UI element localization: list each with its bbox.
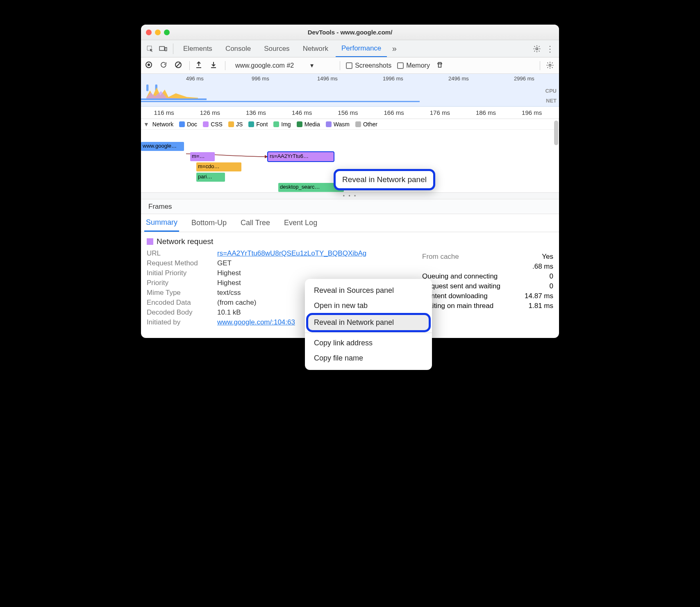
record-button[interactable] bbox=[145, 61, 154, 70]
perf-toolbar: www.google.com #2 ▾ Screenshots Memory bbox=[141, 57, 559, 74]
svg-rect-9 bbox=[146, 84, 148, 91]
settings-icon[interactable] bbox=[531, 43, 543, 55]
maximize-window-button[interactable] bbox=[164, 30, 170, 35]
traffic-lights bbox=[146, 30, 170, 35]
download-icon[interactable] bbox=[210, 61, 219, 70]
close-window-button[interactable] bbox=[146, 30, 152, 35]
network-bar[interactable]: m=… bbox=[190, 152, 215, 161]
recording-select[interactable]: www.google.com #2 ▾ bbox=[231, 62, 334, 69]
legend-wasm: Wasm bbox=[326, 121, 350, 128]
screenshots-checkbox[interactable]: Screenshots bbox=[346, 62, 391, 69]
legend-other: Other bbox=[355, 121, 377, 128]
ctx-copy-filename[interactable]: Copy file name bbox=[305, 351, 432, 366]
overview-timeline[interactable]: 496 ms 996 ms 1496 ms 1996 ms 2496 ms 29… bbox=[141, 74, 559, 107]
memory-checkbox[interactable]: Memory bbox=[397, 62, 430, 69]
legend-img: Img bbox=[273, 121, 291, 128]
svg-rect-1 bbox=[159, 46, 164, 50]
ctx-reveal-network[interactable]: Reveal in Network panel bbox=[308, 315, 429, 330]
svg-point-3 bbox=[536, 48, 538, 50]
frames-row[interactable]: Frames bbox=[141, 199, 559, 214]
svg-line-7 bbox=[176, 63, 180, 67]
css-swatch-icon bbox=[147, 238, 153, 245]
svg-point-8 bbox=[549, 64, 551, 66]
tab-sources[interactable]: Sources bbox=[258, 40, 295, 57]
timing-column: From cacheYes .68 ms Queuing and connect… bbox=[422, 251, 553, 312]
svg-point-5 bbox=[148, 64, 150, 66]
network-lane-header[interactable]: ▼ Network DocCSSJSFontImgMediaWasmOther bbox=[141, 119, 559, 130]
device-toggle-icon[interactable] bbox=[157, 43, 169, 55]
devtools-window: DevTools - www.google.com/ Elements Cons… bbox=[141, 25, 559, 338]
upload-icon[interactable] bbox=[195, 61, 205, 70]
garbage-collect-icon[interactable] bbox=[436, 61, 445, 70]
overview-flame-icon bbox=[143, 84, 201, 99]
lane-scrollbar[interactable] bbox=[554, 121, 558, 145]
tab-summary[interactable]: Summary bbox=[144, 214, 179, 232]
reload-record-button[interactable] bbox=[160, 61, 169, 70]
reveal-tooltip[interactable]: Reveal in Network panel bbox=[334, 169, 435, 190]
network-bar[interactable]: www.google… bbox=[141, 142, 184, 151]
collapse-triangle-icon: ▼ bbox=[143, 121, 149, 128]
more-tabs-icon[interactable]: » bbox=[389, 43, 400, 55]
legend-font: Font bbox=[248, 121, 268, 128]
tab-elements[interactable]: Elements bbox=[177, 40, 218, 57]
legend-css: CSS bbox=[203, 121, 223, 128]
ctx-reveal-sources[interactable]: Reveal in Sources panel bbox=[305, 283, 432, 298]
initiator-link[interactable]: www.google.com/:104:63 bbox=[217, 318, 295, 326]
network-bar[interactable]: m=cdo… bbox=[196, 162, 241, 171]
legend-js: JS bbox=[228, 121, 243, 128]
context-menu: Reveal in Sources panel Open in new tab … bbox=[305, 279, 432, 370]
cpu-label: CPU bbox=[545, 88, 557, 94]
legend-doc: Doc bbox=[179, 121, 197, 128]
ctx-copy-link[interactable]: Copy link address bbox=[305, 335, 432, 351]
details-tabstrip: Summary Bottom-Up Call Tree Event Log bbox=[141, 214, 559, 232]
main-tabstrip: Elements Console Sources Network Perform… bbox=[141, 40, 559, 57]
tab-performance[interactable]: Performance bbox=[336, 40, 387, 57]
kebab-menu-icon[interactable]: ⋮ bbox=[544, 43, 556, 55]
network-bar[interactable]: rs=AA2YrTtu6… bbox=[268, 152, 334, 161]
tab-network[interactable]: Network bbox=[297, 40, 334, 57]
url-link[interactable]: rs=AA2YrTtu68wU8rQSEu1zLoTY_BQBQXibAg bbox=[217, 249, 366, 258]
clear-button[interactable] bbox=[175, 61, 184, 70]
ctx-open-new-tab[interactable]: Open in new tab bbox=[305, 298, 432, 313]
legend-media: Media bbox=[297, 121, 320, 128]
chevron-down-icon: ▾ bbox=[310, 62, 314, 69]
tab-event-log[interactable]: Event Log bbox=[282, 214, 319, 232]
network-bar[interactable]: pari… bbox=[196, 173, 225, 182]
perf-settings-icon[interactable] bbox=[546, 61, 555, 70]
detail-ruler: 116 ms 126 ms 136 ms 146 ms 156 ms 166 m… bbox=[141, 107, 559, 119]
recording-select-label: www.google.com #2 bbox=[235, 62, 294, 69]
titlebar: DevTools - www.google.com/ bbox=[141, 25, 559, 40]
net-label: NET bbox=[546, 98, 557, 104]
tab-call-tree[interactable]: Call Tree bbox=[239, 214, 272, 232]
window-title: DevTools - www.google.com/ bbox=[141, 29, 559, 36]
tab-console[interactable]: Console bbox=[220, 40, 257, 57]
minimize-window-button[interactable] bbox=[155, 30, 161, 35]
drag-handle[interactable]: • • • bbox=[141, 193, 559, 199]
inspect-icon[interactable] bbox=[144, 43, 156, 55]
network-label: Network bbox=[152, 121, 173, 128]
tab-bottom-up[interactable]: Bottom-Up bbox=[190, 214, 228, 232]
details-title: Network request bbox=[147, 237, 553, 246]
svg-rect-2 bbox=[165, 47, 167, 50]
svg-marker-11 bbox=[265, 155, 268, 158]
